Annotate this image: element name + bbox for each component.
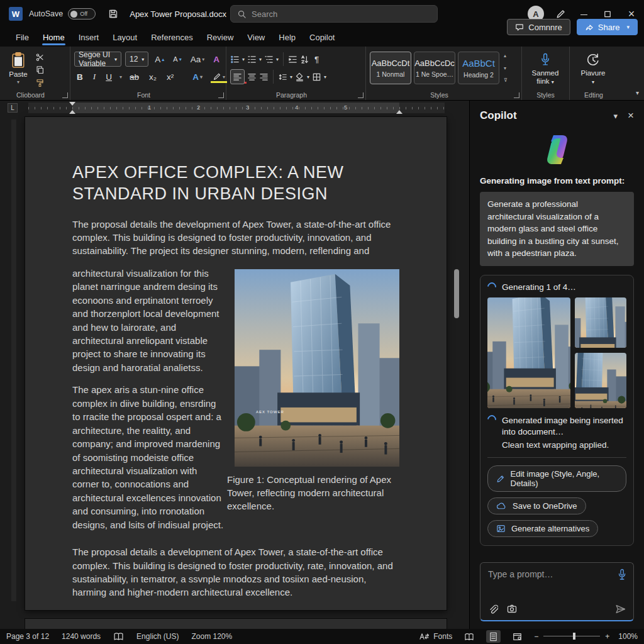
italic-button[interactable]: I (91, 70, 99, 83)
paste-button[interactable]: Paste ▾ (4, 50, 33, 90)
comment-button[interactable]: Comnnre (507, 19, 570, 35)
generated-image-thumb-1[interactable] (575, 297, 626, 348)
text-effects-button[interactable]: A▾ (190, 71, 205, 83)
share-button[interactable]: Share ▾ (577, 19, 638, 35)
pen-mode-icon[interactable] (555, 9, 566, 19)
indent-icon[interactable] (288, 55, 297, 64)
multilevel-list-icon[interactable] (264, 55, 274, 64)
shading-icon[interactable] (295, 72, 304, 82)
send-icon[interactable] (615, 604, 626, 614)
vertical-scrollbar[interactable] (454, 269, 459, 318)
tab-review[interactable]: Review (200, 30, 241, 45)
dictate-button[interactable]: Sanmed fiink ▾ (526, 50, 565, 86)
word-count[interactable]: 1240 words (62, 632, 101, 641)
bold-button[interactable]: B (74, 71, 86, 83)
minimize-button[interactable] (577, 9, 590, 19)
autosave-toggle[interactable]: Off (68, 8, 96, 19)
format-painter-icon[interactable] (35, 79, 45, 87)
numbered-list-icon[interactable] (247, 55, 257, 64)
tab-stop-selector[interactable]: L (8, 103, 18, 113)
align-right-icon[interactable] (259, 72, 269, 82)
copilot-collapse-chevron-icon[interactable]: ▾ (614, 111, 618, 121)
styles-scroll-up-icon[interactable]: ▴ (504, 53, 508, 58)
generated-image-large[interactable] (487, 297, 570, 408)
copilot-prompt-input-box[interactable] (480, 562, 634, 621)
underline-button[interactable]: U (103, 71, 114, 83)
right-indent-marker[interactable] (396, 110, 402, 114)
bullet-list-icon[interactable] (230, 55, 240, 64)
show-formatting-button[interactable]: ¶ (312, 53, 321, 65)
document-page[interactable]: APEX OFFICE COMPLEX: A NEW STANDARD IN U… (25, 117, 447, 610)
maximize-button[interactable] (601, 9, 614, 19)
horizontal-ruler[interactable]: 1 2 3 4 5 (28, 103, 445, 113)
copy-icon[interactable] (35, 65, 45, 74)
zoom-slider[interactable]: − + (534, 632, 609, 641)
font-name-combo[interactable]: Segoe UI Variable ▾ (74, 52, 121, 67)
search-box[interactable] (230, 5, 438, 23)
shrink-font-button[interactable]: A▾ (170, 54, 184, 64)
web-layout-button[interactable] (509, 631, 525, 642)
zoom-in-icon[interactable]: + (605, 632, 609, 641)
tab-insert[interactable]: Insert (72, 30, 106, 45)
fonts-button[interactable]: Fonts (419, 632, 452, 641)
align-left-button[interactable] (230, 69, 245, 84)
edit-image-button[interactable]: Edit image (Style, Angle, Details) (487, 465, 626, 492)
tab-view[interactable]: View (240, 30, 272, 45)
sort-icon[interactable] (300, 55, 309, 64)
generated-image-thumb-2[interactable] (575, 353, 626, 408)
document-figure[interactable]: AEX TOWER Figure 1: Conceptual rendering… (235, 269, 399, 513)
tab-home[interactable]: Home (36, 30, 72, 45)
zoom-out-icon[interactable]: − (534, 632, 538, 641)
microphone-icon[interactable] (617, 569, 627, 581)
tab-help[interactable]: Help (272, 30, 303, 45)
tab-layout[interactable]: Layout (106, 30, 144, 45)
first-line-indent-marker[interactable] (69, 102, 75, 106)
font-size-combo[interactable]: 12 ▾ (125, 52, 148, 67)
print-layout-button[interactable] (486, 630, 501, 642)
zoom-indicator-left[interactable]: Zoom 120% (191, 632, 232, 641)
zoom-slider-thumb[interactable] (573, 633, 575, 640)
save-to-onedrive-button[interactable]: Save to OneDrive (487, 497, 586, 514)
styles-dialog-launcher[interactable] (514, 92, 519, 98)
tab-references[interactable]: References (144, 30, 199, 45)
camera-icon[interactable] (507, 604, 517, 613)
generate-alternatives-button[interactable]: Generate alternatives (487, 520, 598, 537)
paragraph-dialog-launcher[interactable] (358, 92, 364, 98)
style-heading2[interactable]: AaBbCt Heading 2 (458, 52, 499, 84)
search-input[interactable] (252, 9, 409, 19)
hanging-indent-marker[interactable] (69, 110, 75, 114)
clear-formatting-button[interactable]: A (211, 53, 222, 65)
underline-chevron-icon[interactable]: ▾ (119, 74, 122, 80)
line-spacing-icon[interactable] (278, 72, 287, 82)
save-icon[interactable] (108, 9, 118, 19)
copilot-close-icon[interactable]: × (628, 109, 634, 122)
clipboard-dialog-launcher[interactable] (62, 92, 68, 98)
styles-gallery-more-icon[interactable]: ⊽ (504, 77, 508, 83)
style-no-spacing[interactable]: AaBbCcDc 1 Ne Spoe… (414, 52, 455, 84)
subscript-button[interactable]: x₂ (147, 71, 159, 83)
language-indicator[interactable]: Englich (US) (136, 632, 179, 641)
zoom-percentage[interactable]: 100% (618, 632, 638, 641)
paperclip-icon[interactable] (488, 604, 498, 614)
cut-icon[interactable] (35, 53, 45, 62)
highlight-button[interactable]: ▾ (210, 71, 228, 82)
tab-copilot[interactable]: Copilot (303, 30, 341, 45)
superscript-button[interactable]: x² (164, 71, 176, 83)
tab-file[interactable]: File (9, 30, 36, 45)
align-center-icon[interactable] (247, 72, 257, 82)
grow-font-button[interactable]: A▴ (152, 53, 167, 65)
editing-button[interactable]: Piavure ▾ (574, 50, 613, 85)
figure-image[interactable]: AEX TOWER (235, 269, 399, 467)
document-title[interactable]: Apex Tower Proposal.docx (130, 9, 226, 19)
style-normal[interactable]: AaBbCcDt 1 Nonmal (370, 52, 411, 84)
strikethrough-button[interactable]: ab (127, 71, 142, 83)
font-dialog-launcher[interactable] (218, 92, 224, 98)
ribbon-collapse-chevron-icon[interactable]: ▾ (636, 89, 639, 96)
styles-scroll-down-icon[interactable]: ▾ (504, 65, 508, 71)
change-case-button[interactable]: Aa▾ (188, 53, 208, 65)
copilot-prompt-input[interactable] (488, 569, 614, 579)
page-indicator[interactable]: Page 3 of 12 (6, 632, 49, 641)
read-mode-button[interactable] (461, 631, 477, 642)
proofing-book-icon[interactable] (113, 632, 124, 641)
borders-icon[interactable] (312, 72, 321, 82)
